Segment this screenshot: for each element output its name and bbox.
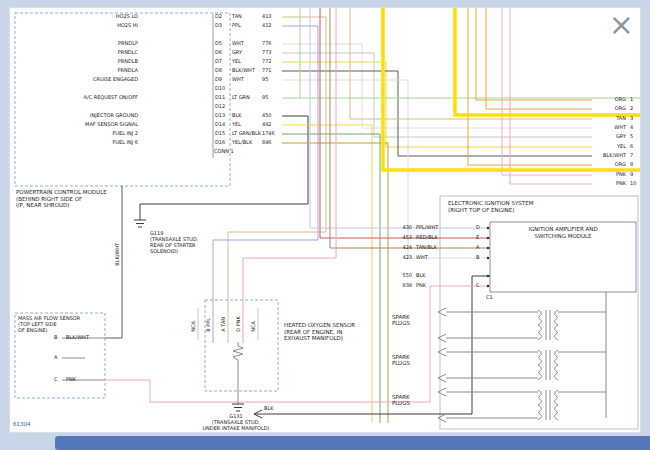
ho2s-wire-label: B PPL — [206, 298, 212, 332]
maf-pin-color: PNK — [66, 377, 76, 383]
wire-yel-maf-signal — [282, 125, 372, 423]
ho2s-title: HEATED OXYGEN SENSOR — [284, 322, 355, 328]
ignition-coils — [438, 292, 606, 422]
module-input-circuit: 839 — [394, 283, 412, 289]
wire-pnk-pin9 — [502, 8, 592, 175]
pcm-signal-label: MAF SENSOR SIGNAL — [28, 122, 138, 128]
wire-pnk-839 — [105, 286, 490, 402]
module-input-circuit: 424 — [394, 245, 412, 251]
pcm-connector-label: CONN 1 — [214, 149, 234, 155]
right-pin-number: 1 — [630, 97, 633, 103]
pcm-pin-label: D2 — [215, 14, 222, 20]
ho2s-element — [233, 342, 243, 404]
coil-2-secondary — [555, 350, 559, 380]
close-icon[interactable]: × — [609, 10, 634, 40]
pcm-circuit-label: 773 — [262, 50, 272, 56]
right-pin-color-label: TAN — [594, 116, 626, 122]
module-pin-dot — [487, 257, 490, 260]
right-pin-number: 9 — [630, 172, 633, 178]
pcm-wire-color-label: LT GRN/BLK — [232, 131, 261, 137]
g131-wire-color-label: BLK — [264, 406, 274, 412]
coil-2-core — [546, 350, 550, 380]
wire-ppl-ho2s-hi — [213, 26, 318, 343]
horizontal-scrollbar[interactable] — [55, 436, 650, 450]
wire-gry-prndlc — [282, 53, 592, 137]
right-pin-number: 7 — [630, 153, 633, 159]
eis-title: ELECTRONIC IGNITION SYSTEM — [448, 200, 533, 206]
module-input-color: PNK — [416, 283, 426, 289]
pcm-signal-label: CRUISE ENGAGED — [28, 77, 138, 83]
diagram-number: 61304 — [13, 421, 31, 427]
coil-1-plug-wires — [438, 308, 538, 342]
maf-pin-letter: B — [54, 335, 57, 341]
right-pin-color-label: ORG — [594, 97, 626, 103]
spark-plugs-label: PLUGS — [392, 360, 410, 366]
blkwht-wire-label: BLK/WHT — [115, 226, 121, 266]
module-input-color: TAN/BLK — [416, 245, 437, 251]
coil-3-plug-wires — [438, 388, 538, 422]
pcm-pin-label: D9 — [215, 77, 222, 83]
pcm-wire-color-label: GRY — [232, 50, 242, 56]
pcm-pin-label: D3 — [215, 23, 222, 29]
module-input-pin: D — [476, 225, 480, 231]
ho2s-wire-label: D PNK — [236, 298, 242, 332]
pcm-circuit-label: 1746 — [262, 131, 275, 137]
module-input-circuit: 453 — [394, 235, 412, 241]
pcm-pin-label: D12 — [215, 104, 225, 110]
pcm-wire-color-label: BLK/WHT — [232, 68, 255, 74]
spark-plugs-label: PLUGS — [392, 400, 410, 406]
right-pin-number: 8 — [630, 162, 633, 168]
pcm-circuit-label: 846 — [262, 140, 272, 146]
pcm-pin-label: D6 — [215, 50, 222, 56]
pcm-signal-label: INJECTOR GROUND — [28, 113, 138, 119]
module-pin-dot — [487, 275, 490, 278]
module-input-pin: E — [476, 235, 479, 241]
right-pin-number: 4 — [630, 125, 633, 131]
pcm-signal-label: PRNDLC — [28, 50, 138, 56]
pcm-pin-label: D15 — [215, 131, 225, 137]
right-pin-color-label: ORG — [594, 162, 626, 168]
ho2s-wire-label: A TAN — [221, 298, 227, 332]
maf-pin-letter: C — [54, 377, 58, 383]
spark-plugs-label: PLUGS — [392, 320, 410, 326]
pcm-circuit-label: 776 — [262, 41, 272, 47]
maf-pin-color: BLK/WHT — [66, 335, 89, 341]
coil-3-primary — [538, 390, 542, 420]
coil-1-secondary — [555, 310, 559, 340]
module-input-color: BLK — [416, 273, 426, 279]
coil-1-core — [546, 310, 550, 340]
right-pin-number: 10 — [630, 181, 636, 187]
pcm-pin-label: D11 — [215, 95, 225, 101]
pcm-circuit-label: 412 — [262, 23, 272, 29]
pcm-pin-label: D7 — [215, 59, 222, 65]
ho2s-wire-label: NCA — [191, 298, 197, 332]
g131-ground-icon — [232, 404, 244, 411]
right-pin-color-label: YEL — [594, 144, 626, 150]
wires — [62, 8, 640, 423]
module-input-circuit: 430 — [394, 225, 412, 231]
pcm-circuit-label: 95 — [262, 77, 268, 83]
pcm-signal-label: PRNDLP — [28, 41, 138, 47]
wire-pplwht-430 — [310, 8, 490, 228]
coil-2-plug-wires — [438, 348, 538, 382]
right-pin-number: 2 — [630, 106, 633, 112]
pcm-circuit-label: 413 — [262, 14, 272, 20]
pcm-title: (BEHIND RIGHT SIDE OF — [16, 196, 82, 202]
pcm-wire-color-label: WHT — [232, 77, 244, 83]
module-title: IGNITION AMPLIFIER AND — [491, 226, 635, 232]
module-pin-dot — [487, 247, 490, 250]
right-pin-number: 3 — [630, 116, 633, 122]
maf-pin-letter: A — [54, 355, 57, 361]
module-pin-dot — [487, 227, 490, 230]
coil-3-core — [546, 390, 550, 420]
maf-internal-stubs — [62, 338, 105, 380]
module-pin-dots — [487, 227, 490, 288]
pcm-wire-color-label: TAN — [232, 14, 242, 20]
pcm-pin-label: D16 — [215, 140, 225, 146]
pcm-wire-color-label: BLK — [232, 113, 242, 119]
module-pin-dot — [487, 237, 490, 240]
pcm-pin-label: D10 — [215, 86, 225, 92]
right-pin-color-label: PNK — [594, 181, 626, 187]
pcm-circuit-label: 95 — [262, 95, 268, 101]
pcm-circuit-label: 450 — [262, 113, 272, 119]
